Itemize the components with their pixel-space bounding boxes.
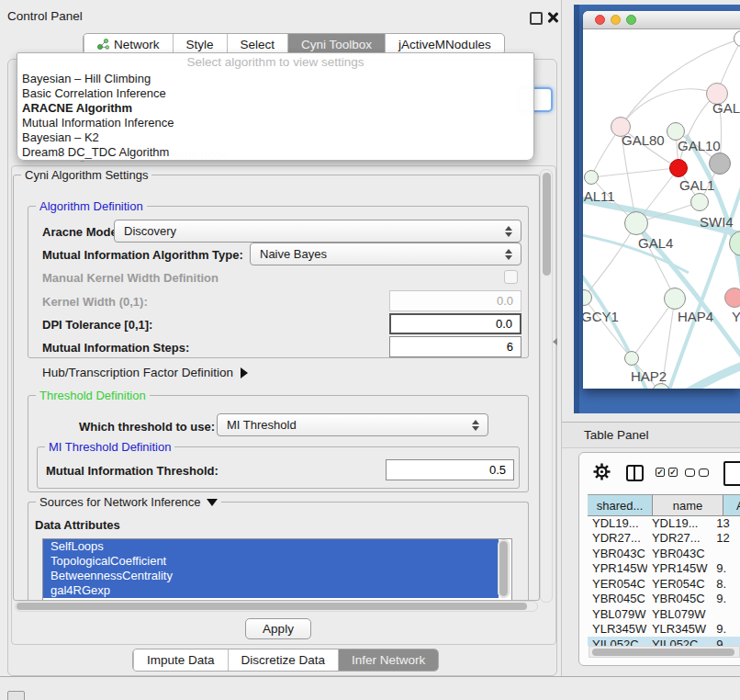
network-node[interactable] (709, 152, 731, 175)
dropdown-item[interactable]: Bayesian – K2 (17, 130, 533, 145)
close-window-icon[interactable] (595, 15, 605, 25)
mi-steps-input[interactable] (389, 336, 521, 357)
mi-threshold-definition-legend: MI Threshold Definition (45, 440, 174, 454)
table-row[interactable]: YBR043C YBR043C (588, 546, 740, 561)
tab-label: Cyni Toolbox (301, 35, 372, 54)
data-attribute-label: gal4RGexp (50, 583, 110, 597)
table-row[interactable]: YIL052C YIL052C 9 (588, 637, 740, 646)
table-row[interactable]: YDL19... YDL19... 13 (588, 515, 740, 531)
network-node[interactable] (690, 193, 709, 211)
kernel-width-input[interactable] (389, 290, 521, 311)
data-attribute-item[interactable]: BetweennessCentrality (43, 569, 499, 583)
minimize-window-icon[interactable] (611, 15, 621, 25)
tab-label: jActiveMNodules (398, 35, 491, 54)
network-icon (97, 39, 109, 50)
mi-algorithm-type-select[interactable]: Naive Bayes (250, 243, 521, 265)
table-row[interactable]: YER054C YER054C 8. (588, 576, 740, 592)
dropdown-item-label: Bayesian – K2 (22, 130, 99, 144)
tab[interactable]: Style (173, 34, 227, 54)
cell-value: 9. (712, 561, 740, 575)
network-node-label: GAL11 (583, 188, 615, 204)
dropdown-item[interactable]: Dream8 DC_TDC Algorithm (17, 145, 533, 160)
manual-kernel-width-checkbox[interactable] (504, 270, 518, 284)
data-attributes-list: SelfLoops TopologicalCoefficient Between… (42, 538, 512, 600)
table-row[interactable]: YBL079W YBL079W (588, 606, 740, 622)
tab[interactable]: Discretize Data (228, 649, 339, 671)
float-panel-icon[interactable] (530, 12, 543, 25)
tab[interactable]: Infer Network (338, 649, 438, 671)
table-row[interactable]: YPR145W YPR145W 9. (588, 561, 740, 577)
tab[interactable]: Impute Data (133, 649, 228, 671)
apply-button-label: Apply (263, 622, 294, 636)
attribute-list-scrollbar-thumb[interactable] (499, 541, 508, 596)
network-node[interactable] (624, 211, 648, 235)
cell-shared-name: YBR045C (588, 592, 647, 605)
document-icon[interactable] (723, 461, 740, 486)
aracne-mode-value: Discovery (124, 224, 501, 238)
network-node[interactable] (624, 351, 639, 366)
cell-value: 13 (712, 516, 740, 530)
tab[interactable]: Network (84, 34, 173, 54)
deselect-all-button[interactable] (685, 469, 709, 477)
algorithm-definition-legend: Algorithm Definition (36, 199, 147, 213)
dropdown-item[interactable]: Bayesian – Hill Climbing (17, 72, 533, 86)
dropdown-item[interactable]: Mutual Information Inference (17, 116, 533, 130)
sources-legend[interactable]: Sources for Network Inference (36, 495, 221, 509)
data-attribute-item[interactable]: SelfLoops (43, 539, 499, 554)
split-columns-button[interactable] (626, 465, 644, 481)
cell-name: YIL052C (647, 638, 712, 646)
cell-name: YDL19... (647, 516, 712, 530)
settings-horizontal-scrollbar-thumb[interactable] (17, 603, 527, 610)
network-node-label: GAL4 (638, 235, 673, 251)
network-window-titlebar[interactable] (583, 11, 740, 29)
network-node-label: GAL10 (678, 138, 721, 153)
application-window: Control Panel Network (0, 0, 740, 700)
zoom-window-icon[interactable] (626, 15, 636, 25)
column-header-name[interactable]: name (653, 495, 723, 515)
table-body: YDL19... YDL19... 13 YDR27... YDR27... 1… (588, 515, 740, 646)
control-panel-title: Control Panel (7, 9, 83, 23)
dropdown-item[interactable]: Basic Correlation Inference (17, 86, 533, 101)
select-all-button[interactable]: ✓ ✓ (656, 468, 678, 477)
hub-definition-toggle[interactable]: Hub/Transcription Factor Definition (42, 366, 248, 379)
network-node[interactable] (584, 170, 599, 185)
toolbox-bottom-tabs: Impute Data Discretize Data Infer Networ… (132, 649, 439, 672)
mi-threshold-input[interactable] (386, 459, 514, 480)
dropdown-item[interactable]: ARACNE Algorithm (17, 101, 533, 116)
network-node[interactable] (664, 288, 686, 310)
apply-button[interactable]: Apply (245, 618, 311, 639)
network-window: GALGAL80GAL10GAL1GAL11SWI4GAL4GCY1HAP4YH… (583, 11, 740, 389)
table-row[interactable]: YDR27... YDR27... 12 (588, 531, 740, 547)
table-settings-button[interactable] (593, 463, 611, 480)
cell-shared-name: YLR345W (588, 622, 647, 636)
cell-shared-name: YIL052C (588, 638, 647, 646)
splitter-collapse-icon[interactable] (553, 338, 557, 345)
column-header-partial[interactable]: A (723, 495, 740, 515)
data-attribute-item[interactable]: gal4RGexp (43, 583, 499, 598)
collapsed-panel-icon[interactable] (7, 691, 25, 700)
settings-vertical-scrollbar-thumb[interactable] (543, 173, 551, 276)
tab[interactable]: jActiveMNodules (385, 34, 504, 54)
mi-algorithm-type-value: Naive Bayes (260, 247, 501, 261)
checked-box-icon: ✓ (656, 468, 665, 477)
which-threshold-select[interactable]: MI Threshold (217, 413, 488, 436)
tab-label: Style (186, 35, 214, 54)
data-attribute-label: TopologicalCoefficient (50, 554, 166, 568)
column-header-shared-name[interactable]: shared... (588, 495, 653, 515)
close-panel-icon[interactable] (547, 12, 558, 23)
table-row[interactable]: YLR345W YLR345W 9. (588, 622, 740, 638)
data-attribute-item[interactable]: TopologicalCoefficient (43, 554, 499, 569)
tab[interactable]: Cyni Toolbox (287, 34, 385, 54)
network-node-label: GAL80 (622, 132, 665, 148)
dpi-tolerance-input[interactable] (389, 313, 521, 334)
network-node[interactable] (669, 159, 688, 177)
network-node[interactable] (724, 288, 740, 308)
network-canvas[interactable]: GALGAL80GAL10GAL1GAL11SWI4GAL4GCY1HAP4YH… (583, 29, 740, 389)
table-row[interactable]: YBR045C YBR045C 9. (588, 592, 740, 607)
hub-definition-label: Hub/Transcription Factor Definition (42, 366, 233, 379)
tab[interactable]: Select (227, 34, 288, 54)
tab-label: Infer Network (352, 650, 425, 670)
cell-shared-name: YDL19... (588, 516, 647, 530)
aracne-mode-select[interactable]: Discovery (114, 220, 521, 243)
table-horizontal-scrollbar-thumb[interactable] (592, 649, 734, 656)
